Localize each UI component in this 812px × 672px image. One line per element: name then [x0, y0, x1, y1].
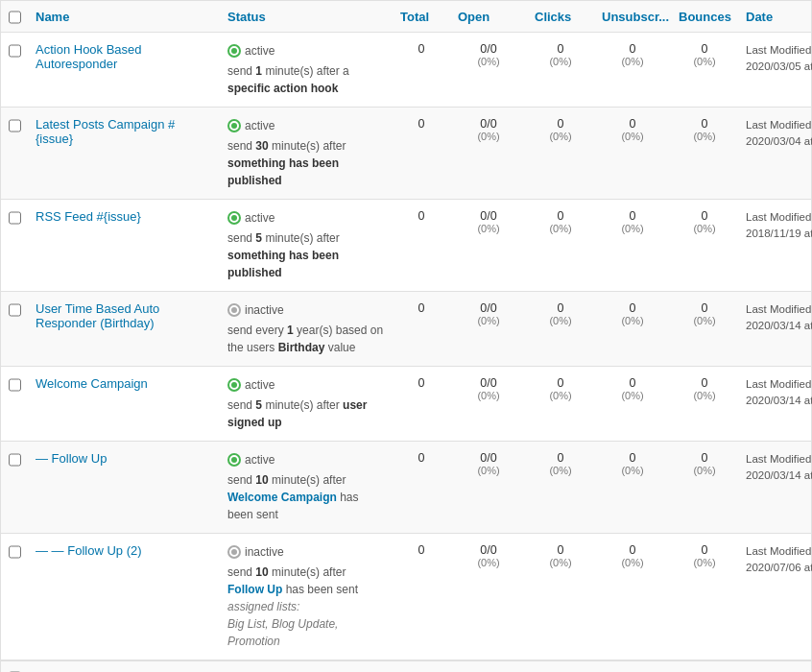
status-label-text: inactive	[245, 301, 284, 319]
header-unsub[interactable]: Unsubscr...	[594, 10, 671, 24]
open-value: 0/0	[458, 42, 519, 56]
row-clicks: 0 (0%)	[527, 117, 594, 142]
open-value: 0/0	[458, 543, 519, 557]
row-unsub: 0 (0%)	[594, 543, 671, 568]
bounces-pct: (0%)	[679, 557, 730, 568]
open-value: 0/0	[458, 376, 519, 390]
row-checkbox	[1, 543, 28, 559]
row-select-checkbox[interactable]	[9, 44, 21, 58]
unsub-value: 0	[602, 451, 663, 465]
row-open: 0/0 (0%)	[450, 376, 527, 401]
clicks-value: 0	[535, 301, 586, 315]
header-date[interactable]: Date	[738, 10, 812, 24]
open-pct: (0%)	[458, 56, 519, 67]
table-row: User Time Based Auto Responder (Birthday…	[1, 292, 811, 367]
row-bounces: 0 (0%)	[671, 451, 738, 476]
status-description: send 5 minute(s) after something has bee…	[227, 229, 385, 281]
total-value: 0	[400, 209, 442, 223]
status-description: send 10 minute(s) after Follow Up has be…	[227, 564, 385, 650]
row-clicks: 0 (0%)	[527, 451, 594, 476]
campaign-name-link[interactable]: RSS Feed #{issue}	[36, 209, 141, 224]
status-label-text: active	[245, 209, 275, 227]
status-indicator	[227, 453, 241, 467]
total-value: 0	[400, 117, 442, 131]
unsub-pct: (0%)	[602, 315, 663, 326]
row-clicks: 0 (0%)	[527, 301, 594, 326]
table-row: Action Hook Based Autoresponder active s…	[1, 33, 811, 108]
bounces-value: 0	[679, 301, 730, 315]
row-unsub: 0 (0%)	[594, 451, 671, 476]
clicks-pct: (0%)	[535, 465, 586, 476]
table-row: — Follow Up active send 10 minute(s) aft…	[1, 442, 811, 534]
row-select-checkbox[interactable]	[9, 119, 21, 132]
open-value: 0/0	[458, 209, 519, 223]
header-clicks[interactable]: Clicks	[527, 10, 594, 24]
campaign-name-link[interactable]: — — Follow Up (2)	[36, 543, 142, 558]
row-open: 0/0 (0%)	[450, 42, 527, 67]
campaigns-table: Name Status Total Open Clicks Unsubscr..…	[0, 0, 812, 672]
row-select-checkbox[interactable]	[9, 378, 21, 392]
header-name[interactable]: Name	[28, 10, 220, 24]
bounces-value: 0	[679, 376, 730, 390]
clicks-pct: (0%)	[535, 390, 586, 401]
row-date: Last Modified 2018/11/19 at 11:55 am	[738, 209, 812, 243]
row-status: active send 1 minute(s) after a specific…	[220, 42, 393, 97]
row-name: Latest Posts Campaign #{issue}	[28, 117, 220, 146]
row-checkbox	[1, 301, 28, 317]
status-indicator	[227, 545, 241, 559]
row-clicks: 0 (0%)	[527, 209, 594, 234]
total-value: 0	[400, 543, 442, 557]
row-name: RSS Feed #{issue}	[28, 209, 220, 224]
unsub-pct: (0%)	[602, 465, 663, 476]
total-value: 0	[400, 42, 442, 56]
row-select-checkbox[interactable]	[9, 453, 21, 467]
header-open[interactable]: Open	[450, 10, 527, 24]
row-clicks: 0 (0%)	[527, 42, 594, 67]
status-indicator	[227, 44, 241, 58]
row-open: 0/0 (0%)	[450, 209, 527, 234]
select-all-checkbox[interactable]	[9, 11, 21, 24]
row-total: 0	[393, 301, 450, 315]
row-date: Last Modified 2020/03/14 at 11:19 am	[738, 451, 812, 485]
header-status[interactable]: Status	[220, 10, 393, 24]
status-label-text: active	[245, 117, 275, 134]
status-indicator	[227, 211, 241, 225]
table-row: Welcome Campaign active send 5 minute(s)…	[1, 367, 811, 442]
row-bounces: 0 (0%)	[671, 209, 738, 234]
row-status: active send 5 minute(s) after user signe…	[220, 376, 393, 431]
campaign-name-link[interactable]: Latest Posts Campaign #{issue}	[36, 117, 175, 146]
row-total: 0	[393, 376, 450, 390]
bounces-pct: (0%)	[679, 223, 730, 234]
campaign-name-link[interactable]: Action Hook Based Autoresponder	[36, 42, 142, 71]
row-select-checkbox[interactable]	[9, 303, 21, 317]
row-status: active send 5 minute(s) after something …	[220, 209, 393, 281]
open-pct: (0%)	[458, 390, 519, 401]
row-checkbox	[1, 42, 28, 58]
row-name: User Time Based Auto Responder (Birthday…	[28, 301, 220, 330]
header-bounces[interactable]: Bounces	[671, 10, 738, 24]
row-open: 0/0 (0%)	[450, 301, 527, 326]
unsub-pct: (0%)	[602, 56, 663, 67]
campaign-name-link[interactable]: Welcome Campaign	[36, 376, 148, 391]
row-unsub: 0 (0%)	[594, 376, 671, 401]
row-total: 0	[393, 42, 450, 56]
bounces-value: 0	[679, 209, 730, 223]
status-description: send 5 minute(s) after user signed up	[227, 396, 385, 431]
clicks-value: 0	[535, 209, 586, 223]
status-label-text: active	[245, 42, 275, 60]
row-bounces: 0 (0%)	[671, 301, 738, 326]
open-pct: (0%)	[458, 131, 519, 142]
header-total[interactable]: Total	[393, 10, 450, 24]
bounces-value: 0	[679, 42, 730, 56]
table-row: RSS Feed #{issue} active send 5 minute(s…	[1, 200, 811, 292]
row-select-checkbox[interactable]	[9, 211, 21, 225]
open-value: 0/0	[458, 117, 519, 131]
bounces-pct: (0%)	[679, 56, 730, 67]
row-date: Last Modified 2020/03/04 at 9:31 am	[738, 117, 812, 151]
row-status: active send 30 minute(s) after something…	[220, 117, 393, 189]
campaign-name-link[interactable]: User Time Based Auto Responder (Birthday…	[36, 301, 159, 330]
campaign-name-link[interactable]: — Follow Up	[36, 451, 107, 466]
unsub-value: 0	[602, 301, 663, 315]
open-value: 0/0	[458, 451, 519, 465]
row-select-checkbox[interactable]	[9, 545, 21, 559]
